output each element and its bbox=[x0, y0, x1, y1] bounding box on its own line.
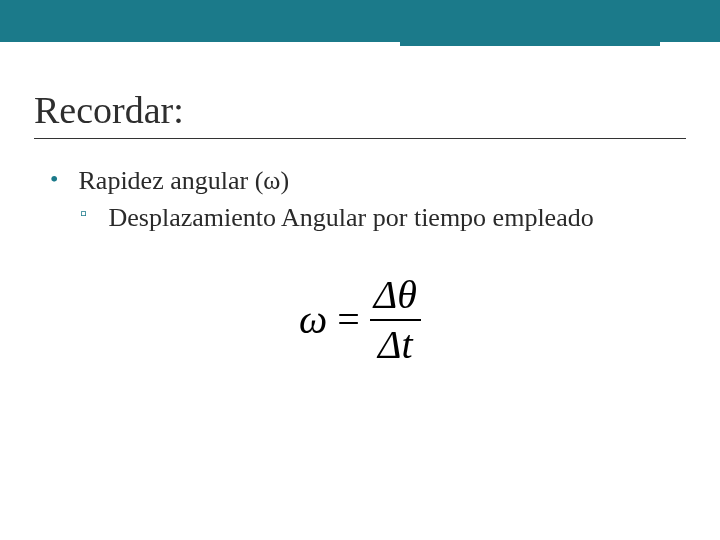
title-underline bbox=[34, 138, 686, 139]
sub-bullet-list: Desplazamiento Angular por tiempo emplea… bbox=[80, 200, 670, 235]
sub-bullet-text: Desplazamiento Angular por tiempo emplea… bbox=[109, 200, 594, 235]
list-item: Rapidez angular (ω) Desplazamiento Angul… bbox=[50, 163, 670, 235]
slide: Recordar: Rapidez angular (ω) Desplazami… bbox=[0, 0, 720, 540]
title-block: Recordar: bbox=[0, 42, 720, 145]
content-area: Rapidez angular (ω) Desplazamiento Angul… bbox=[0, 145, 720, 365]
denominator: Δt bbox=[374, 325, 417, 365]
equals-sign: = bbox=[337, 293, 360, 347]
formula-lhs: ω bbox=[299, 293, 327, 347]
fraction: Δθ Δt bbox=[370, 275, 421, 365]
list-item: Desplazamiento Angular por tiempo emplea… bbox=[80, 200, 670, 235]
page-title: Recordar: bbox=[34, 88, 686, 132]
formula: ω = Δθ Δt bbox=[50, 275, 670, 365]
header-bar bbox=[0, 0, 720, 42]
numerator: Δθ bbox=[370, 275, 421, 315]
bullet-text: Rapidez angular (ω) bbox=[79, 163, 290, 198]
fraction-bar bbox=[370, 319, 421, 321]
bullet-list: Rapidez angular (ω) Desplazamiento Angul… bbox=[50, 163, 670, 235]
